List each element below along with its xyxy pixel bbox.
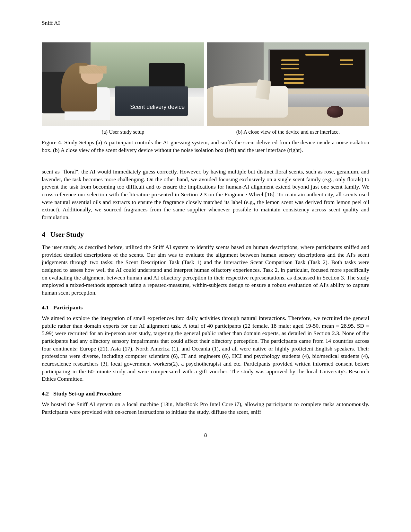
scent-device-overlay-label: Scent delivery device <box>130 103 185 111</box>
section-title: User Study <box>50 230 84 238</box>
computer-mouse <box>327 106 343 117</box>
face-anonymization-blur <box>79 66 107 74</box>
page-number: 8 <box>42 431 369 439</box>
figure-4b-subcaption: (b) A close view of the device and user … <box>207 128 369 136</box>
running-header: Sniff AI <box>42 19 369 27</box>
continuation-paragraph: scent as "floral", the AI would immediat… <box>42 168 369 221</box>
section-4-2-heading: 4.2Study Set-up and Procedure <box>42 390 369 398</box>
figure-4a-panel: Scent delivery device (a) User study set… <box>42 42 204 136</box>
section-4-1-text: We aimed to explore the integration of s… <box>42 315 369 383</box>
figure-4b-panel: (b) A close view of the device and user … <box>207 42 369 136</box>
participant-figure <box>55 55 119 120</box>
scent-device-box <box>115 86 188 116</box>
figure-4a-image: Scent delivery device <box>42 42 204 126</box>
laptop-screen <box>268 49 366 89</box>
section-4-heading: 4User Study <box>42 230 369 239</box>
section-4-intro: The user study, as described before, uti… <box>42 244 369 297</box>
ui-screenshot-thumbnail <box>277 54 357 84</box>
subsection-title: Participants <box>53 304 83 311</box>
section-4-1-heading: 4.1Participants <box>42 304 369 312</box>
laptop-in-scene-a <box>149 63 185 88</box>
figure-4b-image <box>207 42 369 126</box>
figure-4a-subcaption: (a) User study setup <box>42 128 204 136</box>
scent-delivery-device <box>213 86 288 118</box>
section-4-2-text: We hosted the Sniff AI system on a local… <box>42 401 369 416</box>
subsection-title: Study Set-up and Procedure <box>53 390 121 397</box>
subsection-number: 4.2 <box>42 390 49 398</box>
section-number: 4 <box>42 230 45 239</box>
subsection-number: 4.1 <box>42 304 49 312</box>
figure-4: Scent delivery device (a) User study set… <box>42 42 369 136</box>
figure-4-caption: Figure 4: Study Setups (a) A participant… <box>42 139 369 154</box>
